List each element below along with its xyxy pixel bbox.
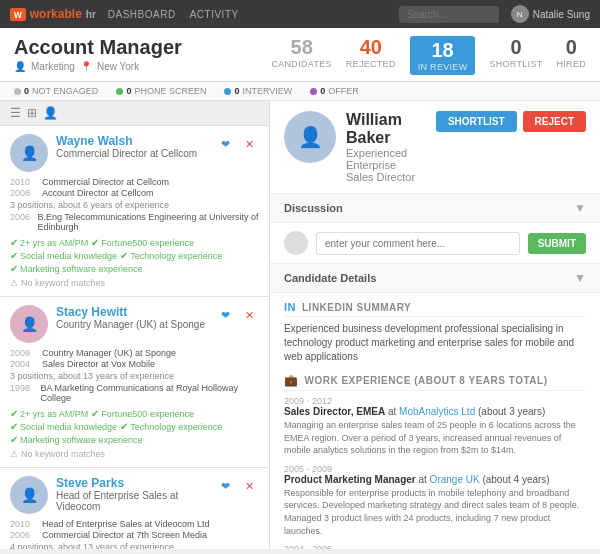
pipe-label-offer: OFFER	[328, 86, 359, 96]
pipeline-offer: 0 OFFER	[310, 86, 359, 96]
card-details-0: 2010Commercial Director at Cellcom 2008A…	[10, 177, 259, 288]
logo-text: workable	[30, 7, 82, 21]
selected-candidate-role: Experienced Enterprise Sales Director	[346, 147, 426, 183]
candidate-list: ☰ ⊞ 👤 👤 Wayne Walsh Commercial Director …	[0, 101, 270, 549]
candidate-title-2: Head of Enterprise Sales at Videocom	[56, 490, 207, 512]
tag-0-1: Fortune500 experience	[101, 238, 194, 248]
work-item-1: 2005 - 2009 Product Marketing Manager at…	[284, 464, 586, 537]
user-filter-icon[interactable]: 👤	[43, 106, 58, 120]
logo-icon: w	[10, 8, 26, 21]
pipe-label-notengaged: NOT ENGAGED	[32, 86, 98, 96]
job-year-1-1: 2004	[10, 359, 38, 369]
add-candidate-2[interactable]: ❤	[215, 476, 235, 496]
job-text-0-0: Commercial Director at Cellcom	[42, 177, 169, 187]
user-menu[interactable]: N Natalie Sung	[511, 5, 590, 23]
pipe-label-phonescreen: PHONE SCREEN	[134, 86, 206, 96]
discussion-section-header: Discussion ▼	[270, 194, 600, 223]
stat-candidates: 58 CANDIDATES	[271, 36, 331, 69]
candidate-avatar-2: 👤	[10, 476, 48, 514]
job-text-1-0: Country Manager (UK) at Sponge	[42, 348, 176, 358]
main-content: ☰ ⊞ 👤 👤 Wayne Walsh Commercial Director …	[0, 101, 600, 549]
linkedin-summary-title: in LINKEDIN SUMMARY	[284, 301, 586, 317]
add-candidate-1[interactable]: ❤	[215, 305, 235, 325]
job-stat-2: 4 positions, about 13 years of experienc…	[10, 542, 259, 549]
right-panel: 👤 William Baker Experienced Enterprise S…	[270, 101, 600, 549]
stat-inreview-num: 18	[418, 39, 468, 62]
candidate-card-2[interactable]: 👤 Steve Parks Head of Enterprise Sales a…	[0, 468, 269, 549]
card-actions-0: ❤ ✕	[215, 134, 259, 154]
user-name: Natalie Sung	[533, 9, 590, 20]
job-text-2-0: Head of Enterprise Sales at Videocom Ltd	[42, 519, 209, 529]
pipeline-interview: 0 INTERVIEW	[224, 86, 292, 96]
work-desc-1: Responsible for enterprise products in m…	[284, 487, 586, 537]
card-info-2: Steve Parks Head of Enterprise Sales at …	[56, 476, 207, 512]
card-header-1: 👤 Stacy Hewitt Country Manager (UK) at S…	[10, 305, 259, 343]
card-actions-2: ❤ ✕	[215, 476, 259, 496]
card-details-2: 2010Head of Enterprise Sales at Videocom…	[10, 519, 259, 549]
reject-candidate-0[interactable]: ✕	[239, 134, 259, 154]
tag-0-2: Social media knowledge	[20, 251, 117, 261]
panel-actions: SHORTLIST REJECT	[436, 111, 586, 132]
candidate-name-1: Stacy Hewitt	[56, 305, 207, 319]
candidate-card-1[interactable]: 👤 Stacy Hewitt Country Manager (UK) at S…	[0, 297, 269, 468]
pipe-num-phonescreen: 0	[126, 86, 131, 96]
list-view-icon[interactable]: ☰	[10, 106, 21, 120]
avatar: N	[511, 5, 529, 23]
grid-view-icon[interactable]: ⊞	[27, 106, 37, 120]
work-desc-0: Managing an enterprise sales team of 25 …	[284, 419, 586, 457]
pipeline-phone-screen: 0 PHONE SCREEN	[116, 86, 206, 96]
no-match-1: ⚠No keyword matches	[10, 449, 259, 459]
nav-activity[interactable]: ACTIVITY	[190, 9, 239, 20]
candidate-avatar-0: 👤	[10, 134, 48, 172]
job-text-2-1: Commercial Director at 7th Screen Media	[42, 530, 207, 540]
work-experience-section: 💼 WORK EXPERIENCE (about 8 years total) …	[284, 374, 586, 549]
pipeline-not-engaged: 0 NOT ENGAGED	[14, 86, 98, 96]
reject-candidate-1[interactable]: ✕	[239, 305, 259, 325]
discussion-toggle[interactable]: ▼	[574, 201, 586, 215]
linkedin-summary-section: in LINKEDIN SUMMARY Experienced business…	[284, 301, 586, 364]
selected-candidate-header: 👤 William Baker Experienced Enterprise S…	[270, 101, 600, 194]
nav-dashboard[interactable]: DASHBOARD	[108, 9, 176, 20]
stat-inreview: 18 IN REVIEW	[410, 36, 476, 75]
stat-inreview-label: IN REVIEW	[418, 62, 468, 72]
page-title: Account Manager	[14, 36, 182, 59]
edu-year-1: 1998	[10, 383, 37, 393]
pipe-num-interview: 0	[234, 86, 239, 96]
edu-text-1: BA Marketing Communications at Royal Hol…	[41, 383, 259, 403]
work-company-0[interactable]: MobAnalytics Ltd	[399, 406, 475, 417]
work-title-1: Product Marketing Manager at Orange UK (…	[284, 474, 586, 485]
pipe-num-offer: 0	[320, 86, 325, 96]
comment-area: SUBMIT	[270, 223, 600, 263]
stat-rejected-num: 40	[346, 36, 396, 59]
pipe-dot-offer	[310, 88, 317, 95]
selected-candidate-avatar: 👤	[284, 111, 336, 163]
details-toggle[interactable]: ▼	[574, 271, 586, 285]
breadcrumb-dept: Marketing	[31, 61, 75, 72]
card-details-1: 2009Country Manager (UK) at Sponge 2004S…	[10, 348, 259, 459]
stat-candidates-num: 58	[271, 36, 331, 59]
page-header: Account Manager 👤 Marketing 📍 New York 5…	[0, 28, 600, 82]
work-company-1[interactable]: Orange UK	[430, 474, 480, 485]
work-dates-0: 2009 - 2012	[284, 396, 586, 406]
candidate-card-0[interactable]: 👤 Wayne Walsh Commercial Director at Cel…	[0, 126, 269, 297]
details-title: Candidate Details	[284, 272, 376, 284]
linkedin-icon: in	[284, 301, 296, 313]
comment-input[interactable]	[316, 232, 520, 255]
breadcrumb-location: New York	[97, 61, 139, 72]
breadcrumb-sep: 📍	[80, 61, 92, 72]
reject-button[interactable]: REJECT	[523, 111, 586, 132]
reject-candidate-2[interactable]: ✕	[239, 476, 259, 496]
search-input[interactable]	[399, 6, 499, 23]
edu-year-0: 2006	[10, 212, 33, 222]
card-header-2: 👤 Steve Parks Head of Enterprise Sales a…	[10, 476, 259, 514]
work-item-2: 2004 - 2005 Pre-Sales Consultant at Sand…	[284, 544, 586, 549]
submit-comment-button[interactable]: SUBMIT	[528, 233, 586, 254]
pipe-dot-notengaged	[14, 88, 21, 95]
briefcase-icon: 💼	[284, 374, 299, 387]
candidate-name-2: Steve Parks	[56, 476, 207, 490]
work-dates-1: 2005 - 2009	[284, 464, 586, 474]
shortlist-button[interactable]: SHORTLIST	[436, 111, 517, 132]
work-item-0: 2009 - 2012 Sales Director, EMEA at MobA…	[284, 396, 586, 457]
add-candidate-0[interactable]: ❤	[215, 134, 235, 154]
job-text-1-1: Sales Director at Vox Mobile	[42, 359, 155, 369]
